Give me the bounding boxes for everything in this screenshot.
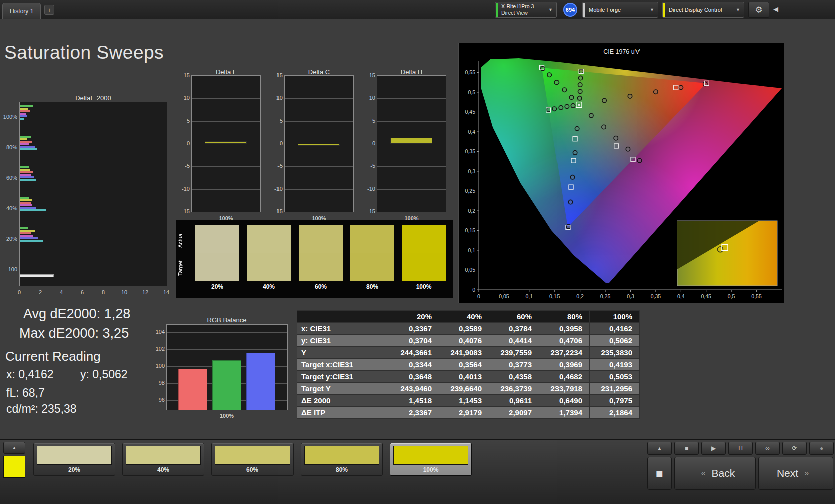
svg-text:0: 0 <box>472 287 475 293</box>
patch-swatch <box>215 446 290 465</box>
add-tab-button[interactable]: + <box>44 5 54 15</box>
source-dropdown[interactable]: Mobile Forge ▼ <box>582 2 658 18</box>
reading-cdm2: cd/m²: 235,38 <box>6 402 77 416</box>
svg-text:0,15: 0,15 <box>465 227 476 233</box>
de-bar <box>20 199 32 201</box>
y-tick-label: 5 <box>273 117 283 124</box>
swatch-60%: 60% <box>299 225 343 281</box>
de-bar <box>20 204 32 206</box>
badge-text: 694 <box>566 7 575 13</box>
pattern-icon: ◼ <box>656 468 663 479</box>
cell: 1,4518 <box>389 395 439 407</box>
svg-text:0,05: 0,05 <box>465 267 476 273</box>
measured-point <box>547 73 551 77</box>
stop-button[interactable]: ■ <box>674 442 699 455</box>
de-bar <box>20 232 31 234</box>
next-button[interactable]: Next » <box>758 457 833 490</box>
cell: 0,3704 <box>389 335 439 347</box>
svg-text:0: 0 <box>477 293 480 299</box>
y-tick-label: 15 <box>180 72 190 79</box>
de-bar <box>20 148 37 150</box>
cell: 0,4013 <box>439 371 489 383</box>
de-bar <box>20 230 35 232</box>
measured-point <box>570 175 574 179</box>
cell: 241,9083 <box>439 347 489 359</box>
avg-de2000-readout: Avg dE2000: 1,28 <box>23 306 130 322</box>
patch-button-60%[interactable]: 60% <box>211 443 294 476</box>
measured-point <box>568 200 572 204</box>
y-tick-label: 20% <box>0 235 17 242</box>
cell: 235,3830 <box>590 347 640 359</box>
next-label: Next <box>777 467 798 479</box>
swatch-80%: 80% <box>350 225 394 281</box>
swatch-label: 40% <box>247 283 291 290</box>
de-bar <box>20 110 30 112</box>
cell: 231,2956 <box>590 383 640 395</box>
patch-button-100%[interactable]: 100% <box>390 443 472 476</box>
gridline <box>62 102 62 286</box>
swatch-target <box>402 253 446 281</box>
patch-button-80%[interactable]: 80% <box>301 443 383 476</box>
up-arrow-button[interactable]: ▲ <box>647 442 672 455</box>
measured-point <box>577 96 581 100</box>
x-tick-label: 4 <box>55 289 67 296</box>
de-bar <box>20 197 29 199</box>
y-tick-label: 100 <box>0 266 17 273</box>
hold-button[interactable]: H <box>728 442 753 455</box>
row-label: Y <box>297 347 389 359</box>
cie-1976-chart: CIE 1976 u'v' <box>458 43 784 303</box>
y-tick-label: -5 <box>273 162 283 169</box>
de-bar <box>20 237 38 239</box>
display-control-dropdown[interactable]: Direct Display Control ▼ <box>662 2 744 18</box>
patch-button-20%[interactable]: 20% <box>33 443 115 476</box>
pattern-window-button[interactable]: ◼ <box>647 457 672 490</box>
cell: 0,4358 <box>489 371 539 383</box>
column-header: 40% <box>439 311 489 323</box>
white-point-dot <box>578 104 580 106</box>
y-tick-label: -15 <box>180 208 190 215</box>
svg-text:0,4: 0,4 <box>468 129 475 135</box>
patch-row: 20%40%60%80%100% <box>0 440 501 480</box>
play-button[interactable]: ▶ <box>701 442 726 455</box>
meter-dropdown[interactable]: X-Rite i1Pro 3 Direct View ▼ <box>495 2 557 18</box>
settings-button[interactable]: ⚙ <box>748 2 769 18</box>
control-accent <box>663 3 665 17</box>
app-window: History 1 + X-Rite i1Pro 3 Direct View ▼… <box>0 0 835 504</box>
measured-point <box>589 113 593 117</box>
svg-text:0,5: 0,5 <box>728 293 735 299</box>
infinity-button[interactable]: ∞ <box>755 442 780 455</box>
measured-point <box>562 88 566 92</box>
reading-x: x: 0,4162 <box>6 368 54 381</box>
de-bar <box>20 113 26 115</box>
delta-l-plot-area <box>191 75 261 212</box>
delta-l-chart: Delta L 100% 151050-5-10-15 <box>180 65 265 220</box>
svg-text:0,35: 0,35 <box>651 293 661 299</box>
loop-button[interactable]: ⟳ <box>782 442 807 455</box>
gridline <box>192 189 260 190</box>
y-tick-label: 0 <box>366 140 375 147</box>
rgb-bar-blue <box>246 353 275 410</box>
de-bar <box>20 115 27 117</box>
meter-line1: X-Rite i1Pro 3 <box>501 3 534 10</box>
gridline <box>167 332 287 333</box>
tab-history-1[interactable]: History 1 <box>2 3 41 19</box>
table-corner <box>297 311 389 323</box>
measured-point <box>626 147 630 151</box>
meter-accent <box>496 3 498 17</box>
record-button[interactable]: ● <box>809 442 834 455</box>
patch-swatch <box>304 446 379 465</box>
collapse-panel-button[interactable]: ◀ <box>773 5 778 13</box>
y-tick-label: 102 <box>155 345 165 352</box>
patch-button-40%[interactable]: 40% <box>122 443 204 476</box>
cell: 2,3367 <box>389 407 439 419</box>
table-row: ΔE ITP2,33672,91792,90971,73942,1864 <box>297 407 640 419</box>
chevron-down-icon: ▼ <box>646 7 658 12</box>
measured-point <box>569 95 573 99</box>
de-bar <box>20 227 28 229</box>
back-button[interactable]: « Back <box>674 457 756 490</box>
svg-text:0,2: 0,2 <box>468 208 475 214</box>
cell: 0,3648 <box>389 371 439 383</box>
rgb-balance-chart: RGB Balance 100% 1041021009896 <box>155 314 298 422</box>
gridline <box>377 166 446 167</box>
y-tick-label: 80% <box>0 144 17 151</box>
